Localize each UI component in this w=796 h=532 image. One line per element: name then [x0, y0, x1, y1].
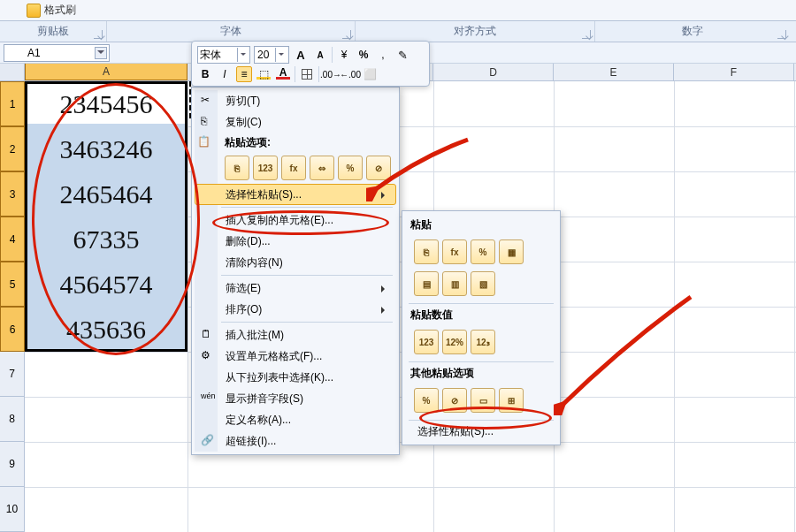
- dialog-launcher-icon[interactable]: [777, 30, 786, 39]
- paste-option-icon[interactable]: 12%: [442, 330, 467, 354]
- ctx-paste-options-row: ⎘ 123 fx ⇔ % ⊘: [195, 152, 396, 184]
- ctx-copy[interactable]: ⎘ 复制(C): [195, 111, 396, 133]
- ctx-filter[interactable]: 筛选(E): [195, 277, 396, 299]
- ctx-label: 插入复制的单元格(E)...: [226, 213, 333, 228]
- ctx-cut[interactable]: ✂ 剪切(T): [195, 90, 396, 111]
- row-header[interactable]: 8: [0, 397, 25, 442]
- chevron-right-icon: [381, 192, 388, 199]
- paste-option-icon[interactable]: %: [414, 388, 439, 413]
- submenu-paste-row2: ▤ ▥ ▧: [405, 271, 557, 303]
- paste-option-icon[interactable]: fx: [442, 239, 467, 264]
- paste-option-icon[interactable]: ⊘: [366, 156, 391, 180]
- align-center-icon[interactable]: ≡: [236, 66, 252, 82]
- ctx-label: 设置单元格格式(F)...: [226, 349, 322, 364]
- paste-option-icon[interactable]: ⎘: [414, 239, 439, 264]
- merge-cells-icon[interactable]: ⬜: [362, 66, 378, 82]
- ctx-clear[interactable]: 清除内容(N): [195, 252, 396, 273]
- paste-option-icon[interactable]: ⎘: [225, 156, 249, 180]
- decrease-font-icon[interactable]: A: [312, 47, 328, 63]
- row-header[interactable]: 5: [0, 262, 25, 307]
- paste-option-icon[interactable]: 123: [414, 330, 439, 354]
- ctx-define-name[interactable]: 定义名称(A)...: [195, 409, 396, 430]
- paste-option-icon[interactable]: ▥: [442, 271, 467, 296]
- ctx-label: 选择性粘贴(S)...: [226, 187, 302, 202]
- increase-decimal-icon[interactable]: .00→: [323, 66, 339, 82]
- paste-option-icon[interactable]: ⊞: [499, 388, 524, 413]
- paste-option-icon[interactable]: %: [471, 239, 495, 264]
- ctx-insert-comment[interactable]: 🗒插入批注(M): [195, 324, 396, 346]
- column-header[interactable]: F: [674, 64, 794, 80]
- column-header[interactable]: D: [433, 64, 554, 80]
- paste-option-icon[interactable]: ▦: [499, 239, 524, 264]
- submenu-paste-special[interactable]: 选择性粘贴(S)...: [405, 421, 557, 442]
- row-headers: 1 2 3 4 5 6 7 8 9 10: [0, 81, 25, 532]
- font-size-selector[interactable]: 20: [254, 46, 289, 64]
- format-painter-label[interactable]: 格式刷: [44, 3, 76, 18]
- ctx-insert-copied[interactable]: 插入复制的单元格(E)...: [195, 209, 396, 231]
- paste-option-icon[interactable]: 123: [253, 156, 278, 180]
- dialog-launcher-icon[interactable]: [94, 30, 103, 39]
- ctx-label: 筛选(E): [226, 281, 261, 296]
- ribbon-group-labels: 剪贴板 字体 对齐方式 数字: [0, 21, 796, 42]
- italic-icon[interactable]: I: [217, 66, 233, 82]
- mini-toolbar: 宋体 20 A A ¥ % , ✎ B I ≡ ⬚ A .00→ ←.00 ⬜: [191, 41, 430, 87]
- chevron-down-icon[interactable]: [275, 48, 286, 62]
- font-name-value: 宋体: [200, 48, 221, 63]
- ribbon-group-number: 数字: [595, 21, 790, 42]
- ctx-paste-options-header: 📋 粘贴选项:: [195, 133, 396, 152]
- comma-format-icon[interactable]: ,: [375, 47, 391, 63]
- fill-color-icon[interactable]: ⬚: [256, 66, 272, 82]
- format-painter-icon[interactable]: [27, 4, 41, 18]
- row-header[interactable]: 10: [0, 487, 25, 532]
- ribbon-group-clipboard: 剪贴板: [0, 21, 106, 42]
- row-header[interactable]: 2: [0, 126, 25, 171]
- paste-option-icon[interactable]: ⊘: [442, 388, 467, 413]
- ctx-label: 清除内容(N): [226, 255, 283, 270]
- ctx-hyperlink[interactable]: 🔗超链接(I)...: [195, 430, 396, 452]
- ctx-format-cells[interactable]: ⚙设置单元格格式(F)...: [195, 346, 396, 367]
- paste-option-icon[interactable]: ⇔: [310, 156, 334, 180]
- font-color-icon[interactable]: A: [275, 66, 291, 82]
- chevron-down-icon[interactable]: [237, 48, 248, 62]
- dialog-launcher-icon[interactable]: [582, 30, 591, 39]
- paste-option-icon[interactable]: %: [338, 156, 363, 180]
- ctx-sort[interactable]: 排序(O): [195, 299, 396, 320]
- row-header[interactable]: 6: [0, 307, 25, 352]
- submenu-paste-row: ⎘ fx % ▦: [405, 236, 557, 271]
- accounting-format-icon[interactable]: ¥: [336, 47, 352, 63]
- paste-option-icon[interactable]: 12₃: [471, 330, 495, 354]
- percent-format-icon[interactable]: %: [356, 47, 371, 63]
- cell-value: 67335: [25, 217, 188, 262]
- decrease-decimal-icon[interactable]: ←.00: [342, 66, 358, 82]
- row-header[interactable]: 4: [0, 217, 25, 262]
- ctx-label: 排序(O): [226, 302, 262, 317]
- dialog-launcher-icon[interactable]: [342, 30, 351, 39]
- column-header-A[interactable]: A: [25, 64, 188, 80]
- row-header[interactable]: 7: [0, 352, 25, 397]
- paste-option-icon[interactable]: ▧: [471, 271, 495, 296]
- increase-font-icon[interactable]: A: [293, 47, 309, 63]
- name-box-value: A1: [27, 47, 41, 59]
- bold-icon[interactable]: B: [197, 66, 213, 82]
- borders-icon[interactable]: [299, 66, 315, 82]
- format-painter-icon[interactable]: ✎: [394, 47, 410, 63]
- ctx-delete[interactable]: 删除(D)...: [195, 231, 396, 252]
- row-header[interactable]: 9: [0, 442, 25, 487]
- row-header[interactable]: 3: [0, 171, 25, 217]
- pinyin-icon: wén: [201, 391, 215, 406]
- ctx-label: 超链接(I)...: [226, 434, 276, 449]
- paste-option-icon[interactable]: ▭: [471, 388, 495, 413]
- row-header[interactable]: 1: [0, 81, 25, 126]
- paste-option-icon[interactable]: fx: [281, 156, 306, 180]
- chevron-down-icon[interactable]: [95, 47, 107, 59]
- ctx-paste-special[interactable]: 选择性粘贴(S)...: [195, 184, 396, 205]
- scissors-icon: ✂: [201, 94, 215, 108]
- column-header[interactable]: E: [554, 64, 674, 80]
- select-all-corner[interactable]: [0, 64, 25, 80]
- name-box[interactable]: A1: [4, 44, 110, 62]
- font-name-selector[interactable]: 宋体: [197, 46, 250, 64]
- paste-option-icon[interactable]: ▤: [414, 271, 439, 296]
- ctx-label: 剪切(T): [226, 94, 260, 109]
- ctx-pick-from-list[interactable]: 从下拉列表中选择(K)...: [195, 367, 396, 388]
- ctx-show-pinyin[interactable]: wén显示拼音字段(S): [195, 388, 396, 409]
